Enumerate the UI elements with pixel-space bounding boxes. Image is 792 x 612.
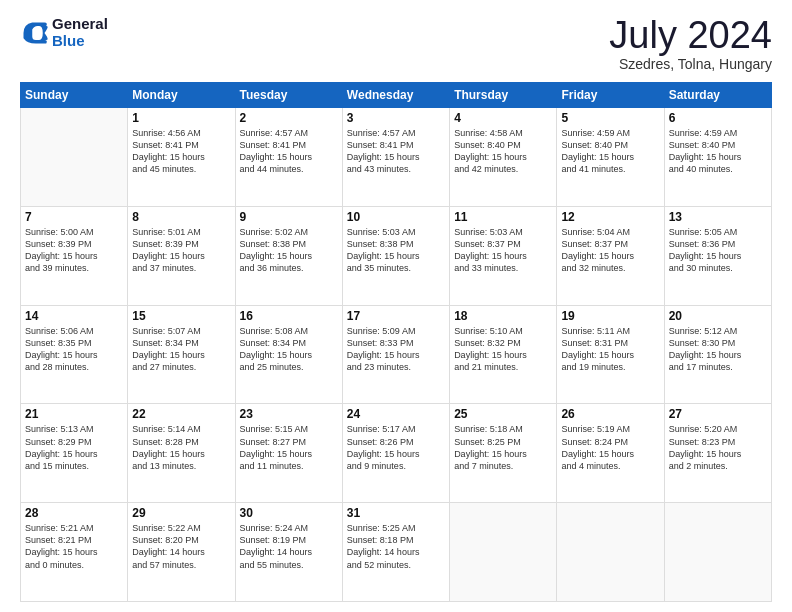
cell-info: Sunrise: 5:02 AMSunset: 8:38 PMDaylight:… [240, 226, 338, 275]
day-number: 20 [669, 309, 767, 323]
table-row: 13Sunrise: 5:05 AMSunset: 8:36 PMDayligh… [664, 206, 771, 305]
table-row: 3Sunrise: 4:57 AMSunset: 8:41 PMDaylight… [342, 108, 449, 207]
cell-info: Sunrise: 4:59 AMSunset: 8:40 PMDaylight:… [561, 127, 659, 176]
cell-info: Sunrise: 4:57 AMSunset: 8:41 PMDaylight:… [347, 127, 445, 176]
table-row: 19Sunrise: 5:11 AMSunset: 8:31 PMDayligh… [557, 305, 664, 404]
table-row: 8Sunrise: 5:01 AMSunset: 8:39 PMDaylight… [128, 206, 235, 305]
cell-info: Sunrise: 5:18 AMSunset: 8:25 PMDaylight:… [454, 423, 552, 472]
day-number: 21 [25, 407, 123, 421]
table-row: 14Sunrise: 5:06 AMSunset: 8:35 PMDayligh… [21, 305, 128, 404]
table-row [21, 108, 128, 207]
cell-info: Sunrise: 5:14 AMSunset: 8:28 PMDaylight:… [132, 423, 230, 472]
table-row: 5Sunrise: 4:59 AMSunset: 8:40 PMDaylight… [557, 108, 664, 207]
table-row: 29Sunrise: 5:22 AMSunset: 8:20 PMDayligh… [128, 503, 235, 602]
table-row: 7Sunrise: 5:00 AMSunset: 8:39 PMDaylight… [21, 206, 128, 305]
day-number: 23 [240, 407, 338, 421]
th-thursday: Thursday [450, 83, 557, 108]
day-number: 9 [240, 210, 338, 224]
table-row: 17Sunrise: 5:09 AMSunset: 8:33 PMDayligh… [342, 305, 449, 404]
logo: General Blue [20, 16, 108, 49]
table-row [664, 503, 771, 602]
day-number: 30 [240, 506, 338, 520]
table-row: 1Sunrise: 4:56 AMSunset: 8:41 PMDaylight… [128, 108, 235, 207]
table-row: 4Sunrise: 4:58 AMSunset: 8:40 PMDaylight… [450, 108, 557, 207]
cell-info: Sunrise: 5:04 AMSunset: 8:37 PMDaylight:… [561, 226, 659, 275]
cell-info: Sunrise: 5:03 AMSunset: 8:38 PMDaylight:… [347, 226, 445, 275]
day-number: 28 [25, 506, 123, 520]
cell-info: Sunrise: 4:58 AMSunset: 8:40 PMDaylight:… [454, 127, 552, 176]
day-number: 25 [454, 407, 552, 421]
table-row: 23Sunrise: 5:15 AMSunset: 8:27 PMDayligh… [235, 404, 342, 503]
cell-info: Sunrise: 5:17 AMSunset: 8:26 PMDaylight:… [347, 423, 445, 472]
cell-info: Sunrise: 5:00 AMSunset: 8:39 PMDaylight:… [25, 226, 123, 275]
th-wednesday: Wednesday [342, 83, 449, 108]
logo-text: General Blue [52, 16, 108, 49]
title-block: July 2024 Szedres, Tolna, Hungary [609, 16, 772, 72]
table-row [557, 503, 664, 602]
cell-info: Sunrise: 5:15 AMSunset: 8:27 PMDaylight:… [240, 423, 338, 472]
table-row: 15Sunrise: 5:07 AMSunset: 8:34 PMDayligh… [128, 305, 235, 404]
cell-info: Sunrise: 5:24 AMSunset: 8:19 PMDaylight:… [240, 522, 338, 571]
calendar-week-row: 14Sunrise: 5:06 AMSunset: 8:35 PMDayligh… [21, 305, 772, 404]
calendar-week-row: 21Sunrise: 5:13 AMSunset: 8:29 PMDayligh… [21, 404, 772, 503]
th-tuesday: Tuesday [235, 83, 342, 108]
cell-info: Sunrise: 5:25 AMSunset: 8:18 PMDaylight:… [347, 522, 445, 571]
table-row: 20Sunrise: 5:12 AMSunset: 8:30 PMDayligh… [664, 305, 771, 404]
cell-info: Sunrise: 5:03 AMSunset: 8:37 PMDaylight:… [454, 226, 552, 275]
cell-info: Sunrise: 5:07 AMSunset: 8:34 PMDaylight:… [132, 325, 230, 374]
table-row: 2Sunrise: 4:57 AMSunset: 8:41 PMDaylight… [235, 108, 342, 207]
day-number: 8 [132, 210, 230, 224]
cell-info: Sunrise: 4:57 AMSunset: 8:41 PMDaylight:… [240, 127, 338, 176]
table-row: 11Sunrise: 5:03 AMSunset: 8:37 PMDayligh… [450, 206, 557, 305]
header: General Blue July 2024 Szedres, Tolna, H… [20, 16, 772, 72]
cell-info: Sunrise: 5:05 AMSunset: 8:36 PMDaylight:… [669, 226, 767, 275]
table-row: 26Sunrise: 5:19 AMSunset: 8:24 PMDayligh… [557, 404, 664, 503]
day-number: 10 [347, 210, 445, 224]
table-row: 30Sunrise: 5:24 AMSunset: 8:19 PMDayligh… [235, 503, 342, 602]
table-row: 12Sunrise: 5:04 AMSunset: 8:37 PMDayligh… [557, 206, 664, 305]
table-row: 25Sunrise: 5:18 AMSunset: 8:25 PMDayligh… [450, 404, 557, 503]
day-number: 27 [669, 407, 767, 421]
page: General Blue July 2024 Szedres, Tolna, H… [0, 0, 792, 612]
table-row: 6Sunrise: 4:59 AMSunset: 8:40 PMDaylight… [664, 108, 771, 207]
table-row: 18Sunrise: 5:10 AMSunset: 8:32 PMDayligh… [450, 305, 557, 404]
th-saturday: Saturday [664, 83, 771, 108]
calendar-week-row: 1Sunrise: 4:56 AMSunset: 8:41 PMDaylight… [21, 108, 772, 207]
cell-info: Sunrise: 5:20 AMSunset: 8:23 PMDaylight:… [669, 423, 767, 472]
day-number: 12 [561, 210, 659, 224]
day-number: 26 [561, 407, 659, 421]
cell-info: Sunrise: 5:21 AMSunset: 8:21 PMDaylight:… [25, 522, 123, 571]
day-number: 16 [240, 309, 338, 323]
day-number: 3 [347, 111, 445, 125]
calendar-week-row: 28Sunrise: 5:21 AMSunset: 8:21 PMDayligh… [21, 503, 772, 602]
logo-line2: Blue [52, 33, 108, 50]
cell-info: Sunrise: 5:09 AMSunset: 8:33 PMDaylight:… [347, 325, 445, 374]
th-sunday: Sunday [21, 83, 128, 108]
table-row: 27Sunrise: 5:20 AMSunset: 8:23 PMDayligh… [664, 404, 771, 503]
day-number: 17 [347, 309, 445, 323]
subtitle: Szedres, Tolna, Hungary [609, 56, 772, 72]
day-number: 6 [669, 111, 767, 125]
table-row: 22Sunrise: 5:14 AMSunset: 8:28 PMDayligh… [128, 404, 235, 503]
table-row: 21Sunrise: 5:13 AMSunset: 8:29 PMDayligh… [21, 404, 128, 503]
calendar: Sunday Monday Tuesday Wednesday Thursday… [20, 82, 772, 602]
cell-info: Sunrise: 4:59 AMSunset: 8:40 PMDaylight:… [669, 127, 767, 176]
cell-info: Sunrise: 5:08 AMSunset: 8:34 PMDaylight:… [240, 325, 338, 374]
day-number: 5 [561, 111, 659, 125]
table-row: 24Sunrise: 5:17 AMSunset: 8:26 PMDayligh… [342, 404, 449, 503]
day-number: 2 [240, 111, 338, 125]
cell-info: Sunrise: 5:06 AMSunset: 8:35 PMDaylight:… [25, 325, 123, 374]
day-number: 18 [454, 309, 552, 323]
day-number: 15 [132, 309, 230, 323]
table-row: 16Sunrise: 5:08 AMSunset: 8:34 PMDayligh… [235, 305, 342, 404]
cell-info: Sunrise: 5:12 AMSunset: 8:30 PMDaylight:… [669, 325, 767, 374]
day-number: 11 [454, 210, 552, 224]
cell-info: Sunrise: 5:11 AMSunset: 8:31 PMDaylight:… [561, 325, 659, 374]
day-number: 31 [347, 506, 445, 520]
cell-info: Sunrise: 5:01 AMSunset: 8:39 PMDaylight:… [132, 226, 230, 275]
cell-info: Sunrise: 5:10 AMSunset: 8:32 PMDaylight:… [454, 325, 552, 374]
table-row: 31Sunrise: 5:25 AMSunset: 8:18 PMDayligh… [342, 503, 449, 602]
day-number: 19 [561, 309, 659, 323]
cell-info: Sunrise: 4:56 AMSunset: 8:41 PMDaylight:… [132, 127, 230, 176]
th-monday: Monday [128, 83, 235, 108]
